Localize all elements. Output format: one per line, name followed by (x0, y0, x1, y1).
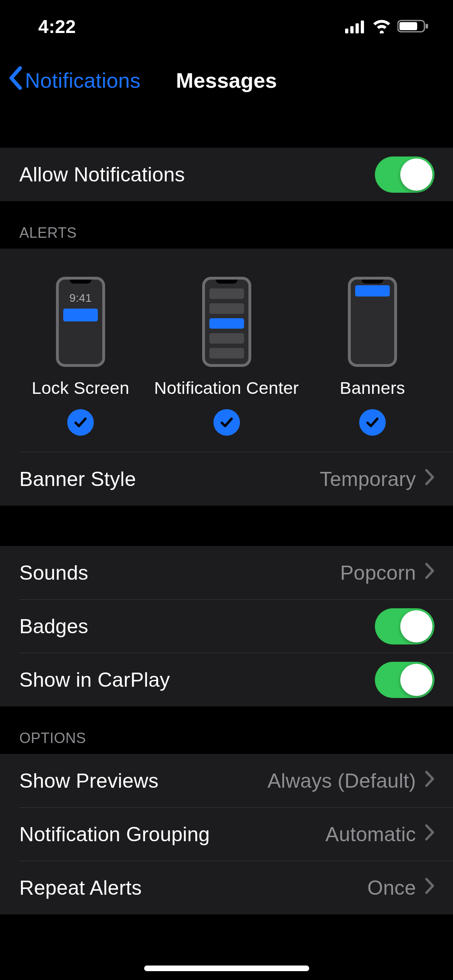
battery-icon (397, 16, 429, 38)
lock-screen-checkmark[interactable] (67, 409, 94, 436)
repeat-alerts-label: Repeat Alerts (19, 876, 367, 900)
chevron-right-icon (425, 877, 434, 899)
options-header: OPTIONS (0, 706, 453, 754)
wifi-icon (372, 16, 392, 38)
banner-style-value: Temporary (320, 467, 416, 491)
badges-toggle[interactable] (375, 608, 434, 644)
chevron-right-icon (425, 823, 434, 845)
badges-row: Badges (0, 599, 453, 653)
alerts-group: 9:41 Lock Screen Notification Center (0, 249, 453, 506)
allow-notifications-label: Allow Notifications (19, 163, 375, 186)
chevron-left-icon (8, 66, 23, 95)
banner-style-label: Banner Style (19, 467, 320, 491)
check-icon (72, 414, 89, 430)
sounds-label: Sounds (19, 561, 340, 585)
alert-option-banners[interactable]: Banners (312, 277, 433, 436)
cellular-icon (345, 16, 366, 38)
check-icon (219, 414, 235, 430)
allow-group: Allow Notifications (0, 148, 453, 201)
svg-rect-2 (356, 23, 359, 33)
carplay-toggle[interactable] (375, 662, 434, 698)
svg-rect-1 (350, 26, 354, 33)
banners-preview-icon (348, 277, 397, 367)
home-indicator[interactable] (144, 966, 309, 971)
toggle-knob (400, 610, 432, 642)
allow-notifications-toggle[interactable] (375, 156, 434, 193)
show-previews-row[interactable]: Show Previews Always (Default) (0, 754, 453, 807)
status-time: 4:22 (38, 16, 76, 37)
alert-option-notification-center[interactable]: Notification Center (166, 277, 287, 436)
sounds-row[interactable]: Sounds Popcorn (0, 546, 453, 599)
chevron-right-icon (425, 468, 434, 490)
banners-checkmark[interactable] (359, 409, 386, 436)
lock-screen-preview-icon: 9:41 (56, 277, 105, 367)
banner-style-row[interactable]: Banner Style Temporary (0, 452, 453, 506)
notification-grouping-value: Automatic (325, 823, 416, 846)
sounds-value: Popcorn (340, 561, 416, 585)
toggle-knob (400, 159, 432, 191)
chevron-right-icon (425, 770, 434, 792)
notification-grouping-row[interactable]: Notification Grouping Automatic (0, 807, 453, 861)
lock-screen-label: Lock Screen (32, 378, 129, 398)
repeat-alerts-value: Once (367, 876, 416, 900)
chevron-right-icon (425, 562, 434, 584)
notification-center-label: Notification Center (154, 378, 299, 398)
toggle-knob (400, 664, 432, 696)
navigation-bar: Notifications Messages (0, 53, 453, 107)
alerts-header: ALERTS (0, 201, 453, 249)
banners-label: Banners (340, 378, 405, 398)
status-bar: 4:22 (0, 0, 453, 53)
show-previews-value: Always (Default) (267, 769, 416, 793)
notification-center-preview-icon (202, 277, 251, 367)
notification-center-checkmark[interactable] (213, 409, 240, 436)
show-previews-label: Show Previews (19, 769, 267, 793)
svg-rect-5 (399, 22, 417, 30)
back-button[interactable]: Notifications (8, 66, 141, 95)
status-icons (345, 16, 429, 38)
back-label: Notifications (25, 68, 141, 93)
alerts-options-row: 9:41 Lock Screen Notification Center (0, 249, 453, 452)
svg-rect-3 (361, 21, 364, 33)
sound-group: Sounds Popcorn Badges Show in CarPlay (0, 546, 453, 706)
svg-rect-6 (426, 24, 428, 29)
carplay-row: Show in CarPlay (0, 653, 453, 706)
alert-option-lock-screen[interactable]: 9:41 Lock Screen (20, 277, 141, 436)
repeat-alerts-row[interactable]: Repeat Alerts Once (0, 861, 453, 914)
badges-label: Badges (19, 615, 375, 638)
svg-rect-0 (345, 29, 348, 33)
carplay-label: Show in CarPlay (19, 668, 375, 692)
notification-grouping-label: Notification Grouping (19, 823, 325, 846)
options-group: Show Previews Always (Default) Notificat… (0, 754, 453, 914)
lock-screen-clock: 9:41 (59, 292, 102, 305)
check-icon (364, 414, 381, 430)
allow-notifications-row: Allow Notifications (0, 148, 453, 201)
